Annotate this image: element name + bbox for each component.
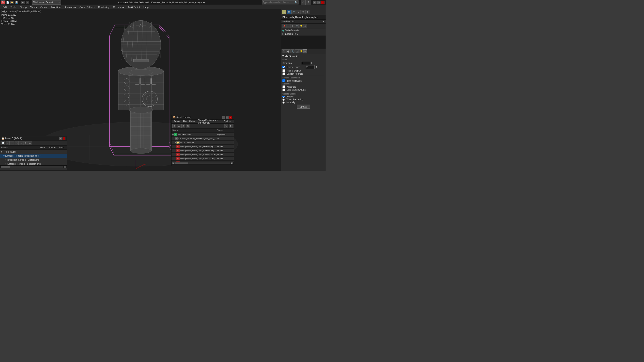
help-icon[interactable]: ? [306,0,311,5]
asset-icon-3[interactable]: ⊟ [181,124,185,128]
menu-create[interactable]: Create [38,5,50,9]
modifier-icon-3[interactable]: ⤵ [290,24,294,28]
layer-row-2[interactable]: ◆ Bluetooth_Karaoke_Microphone — — — [0,158,67,162]
menu-help[interactable]: Help [142,5,150,9]
asset-max-button[interactable]: □ [226,116,229,119]
layer-new-icon[interactable]: 📄 [1,141,5,145]
ts-always-radio[interactable] [282,96,285,98]
menu-customize[interactable]: Customize [111,5,126,9]
layers-close-button[interactable]: × [62,137,66,140]
layer-row-3[interactable]: ◆ Karaoke_Portable_Bluetooth_Mic — — — [0,162,67,165]
ts-iterations-input[interactable] [301,61,310,65]
layer-settings-icon[interactable]: ⚙ [28,141,32,145]
modifier-icon-1[interactable]: 📌 [282,24,286,28]
asset-expand-2[interactable]: ▶ [175,141,176,143]
menu-views[interactable]: Views [28,5,38,9]
asset-scroll-left[interactable]: ◀ [172,162,175,164]
layers-scrollbar[interactable]: ▶ [0,165,67,168]
layers-scroll-area[interactable]: ▶ ✓ 0 (default) — — — ■ Karaoke_Portable… [0,150,67,165]
asset-close-button[interactable]: × [229,116,232,119]
mb-icon-4[interactable]: 📷 [295,49,299,53]
modifier-icon-6[interactable]: ⊕ [303,24,307,28]
modifier-turbosmooth[interactable]: TurboSmooth [281,29,326,32]
modifier-icon-5[interactable]: 💡 [299,24,303,28]
mb-icon-1[interactable]: ⬛ [282,49,286,53]
asset-scroll-right[interactable]: ▶ [230,162,233,164]
asset-menu-options[interactable]: Options [222,120,233,123]
ts-render-iters-spinner[interactable]: ▲ ▼ [316,65,317,69]
mb-icon-6[interactable]: ⊞ [303,49,307,53]
asset-icon-4[interactable]: ⊞ [186,124,190,128]
modifier-icon-4[interactable]: 📷 [295,24,299,28]
ts-when-rendering-radio[interactable] [282,98,285,101]
mb-icon-2[interactable]: ⬤ [286,49,290,53]
ts-explicit-checkbox[interactable] [282,72,285,75]
ts-update-button[interactable]: Update [297,105,310,109]
search-area[interactable]: 🔍 [262,0,298,4]
layer-merge-icon[interactable]: ⤵ [24,141,28,145]
asset-scrollbar[interactable]: ◀ ▶ [172,162,234,164]
panel-motion-icon[interactable]: ▶ [296,10,300,14]
layer-row-1[interactable]: ■ Karaoke_Portable_Bluetooth_Mic ✓ — — — [0,154,67,158]
modifier-dropdown-arrow[interactable]: ▼ [322,20,324,23]
asset-menu-server[interactable]: Server [172,120,182,123]
menu-group[interactable]: Group [18,5,28,9]
layers-scroll-right[interactable]: ▶ [64,166,66,168]
save-button[interactable]: 💾 [15,1,18,4]
asset-refresh-icon[interactable]: ↻ [224,124,228,128]
asset-row-7[interactable]: P Microphone_Normal.png Found [172,161,234,162]
mb-icon-5[interactable]: 💡 [299,49,303,53]
layer-row-0[interactable]: ▶ ✓ 0 (default) — — — [0,150,67,154]
modifier-editable-poly[interactable]: Editable Poly [281,32,326,35]
ts-iterations-spinner[interactable]: ▲ ▼ [311,61,312,64]
asset-row-6[interactable]: P Microphone_Black_Gold_Specular.png Fou… [172,157,234,161]
redo-button[interactable]: ↪ [26,1,29,4]
asset-min-button[interactable]: − [222,116,225,119]
close-button[interactable]: × [321,1,325,4]
layer-check-0[interactable]: ✓ [3,151,5,153]
search-input[interactable] [263,1,294,3]
asset-icon-1[interactable]: ⊞ [172,124,176,128]
layer-highlight-icon[interactable]: ★ [19,141,23,145]
asset-row-0[interactable]: ▶ V Autodesk Vault Logged O [172,132,234,137]
viewport[interactable]: Total Polys: 116 219 Tris: 116 219 Edges… [0,9,281,171]
asset-row-2[interactable]: ▶ 📁 Maps / Shaders [172,141,234,145]
layer-add-selected-icon[interactable]: + [10,141,14,145]
ts-render-iters-input[interactable] [306,65,314,69]
maximize-button[interactable]: □ [317,1,321,4]
ts-smoothing-checkbox[interactable] [282,88,285,91]
panel-utilities-icon[interactable]: ⚙ [306,10,310,14]
workspace-dropdown[interactable]: Workspace: Default ▼ [32,0,61,5]
menu-animation[interactable]: Animation [63,5,78,9]
asset-row-4[interactable]: P Microphone_Black_Gold_Fresnel.png Foun… [172,149,234,153]
undo-button[interactable]: ↩ [21,1,25,4]
panel-color-icon[interactable]: ■ [282,10,286,14]
asset-row-3[interactable]: P Microphone_Black_Gold_Diffuse.png Foun… [172,145,234,149]
new-button[interactable]: 📄 [6,1,10,4]
search-icon[interactable]: 🔍 [295,1,298,3]
ts-render-iters-checkbox[interactable] [282,66,285,68]
open-button[interactable]: 📂 [10,1,14,4]
asset-settings-icon[interactable]: ⚙ [229,124,233,128]
menu-rendering[interactable]: Rendering [96,5,111,9]
ts-smooth-checkbox[interactable] [282,79,285,82]
ts-isoline-checkbox[interactable] [282,69,285,72]
asset-menu-paths[interactable]: Paths [188,120,196,123]
panel-display-icon[interactable]: 👁 [301,10,305,14]
layer-expand-0[interactable]: ▶ [1,151,2,153]
asset-row-1[interactable]: M Karaoke_Portable_Bluetooth_Mic_max_vra… [172,137,234,141]
mb-icon-3[interactable]: 🔧 [290,49,294,53]
asset-scroll-area[interactable]: ▶ V Autodesk Vault Logged O M Karaoke_Po… [172,132,234,162]
minimize-button[interactable]: − [313,1,317,4]
layer-select-icon[interactable]: ◻ [14,141,18,145]
asset-icon-2[interactable]: ☰ [177,124,181,128]
asset-row-5[interactable]: P Microphone_Black_Gold_Glossiness.png F… [172,153,234,157]
layer-delete-icon[interactable]: ✕ [6,141,10,145]
panel-modify-icon[interactable]: ⚒ [287,10,291,14]
asset-expand-0[interactable]: ▶ [172,133,174,135]
ts-materials-checkbox[interactable] [282,85,285,88]
asset-menu-file[interactable]: File [182,120,188,123]
menu-maxscript[interactable]: MAXScript [126,5,142,9]
modifier-icon-2[interactable]: ✏ [286,24,290,28]
menu-tools[interactable]: Tools [9,5,18,9]
